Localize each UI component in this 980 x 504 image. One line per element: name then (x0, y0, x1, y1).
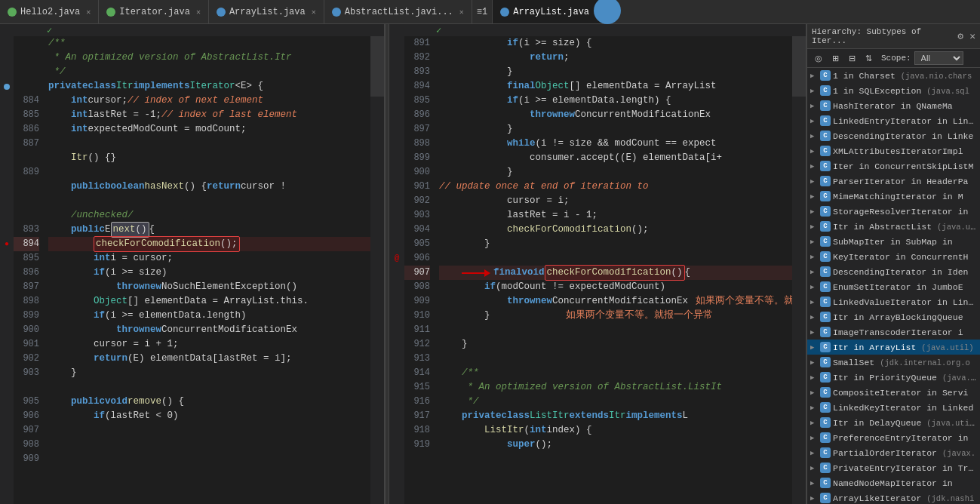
close-icon[interactable]: ✕ (312, 8, 316, 17)
tab-icon (217, 8, 226, 17)
right-minimap[interactable] (792, 36, 806, 504)
tab-arraylist2[interactable]: ArrayList.java ✕ (493, 0, 608, 23)
gutter-cell (0, 51, 14, 65)
hierarchy-item[interactable]: ▶C1 in SQLException (java.sql (807, 83, 980, 98)
expand-arrow-icon: ▶ (810, 177, 818, 186)
hierarchy-item[interactable]: ▶CLinkedEntryIterator in Linked (807, 113, 980, 128)
hierarchy-item[interactable]: ▶CIter in ConcurrentSkipListM (807, 158, 980, 174)
gutter-cell (0, 423, 14, 438)
gutter-cell (0, 280, 14, 294)
class-type-icon: C (820, 327, 831, 337)
hierarchy-item-name: KeyIterator in ConcurrentH (833, 252, 968, 262)
class-type-icon: C (820, 115, 831, 126)
left-editor-content[interactable]: ● (0, 36, 384, 504)
settings-icon[interactable]: ⚙ (957, 30, 963, 42)
expand-arrow-icon: ▶ (810, 494, 818, 502)
hierarchy-item[interactable]: ▶CPartialOrderIterator (javax. (807, 445, 980, 460)
tab-hello2[interactable]: Hello2.java ✕ (0, 0, 99, 23)
tab-label: ArrayList.java (229, 7, 306, 17)
gutter-breakpoint[interactable] (0, 79, 14, 94)
expand-arrow-icon: ▶ (810, 283, 818, 291)
close-icon[interactable]: ✕ (196, 8, 201, 17)
gutter-cell (390, 395, 404, 409)
hierarchy-item[interactable]: ▶CItr in ArrayBlockingQueue (807, 309, 980, 324)
class-type-icon: C (820, 146, 831, 156)
gutter-cell (390, 165, 404, 180)
tab-iterator[interactable]: Iterator.java ✕ (99, 0, 209, 23)
hierarchy-item[interactable]: ▶CArrayLikeIterator (jdk.nashi (807, 490, 980, 504)
tab-overflow[interactable]: ≡1 (472, 0, 493, 23)
hierarchy-item[interactable]: ▶CLinkedValueIterator in Linke (807, 294, 980, 309)
hierarchy-item[interactable]: ▶CPrivateEntryIterator in Tree (807, 460, 980, 475)
code-line: */ (48, 65, 370, 79)
hierarchy-item[interactable]: ▶CParserIterator in HeaderPa (807, 174, 980, 189)
collapse-all-button[interactable]: ⊟ (845, 51, 859, 65)
hierarchy-item-name: LinkedValueIterator in Linke (833, 297, 977, 307)
hierarchy-item[interactable]: ▶CLinkedKeyIterator in Linked (807, 400, 980, 415)
hierarchy-item[interactable]: ▶CItr in ArrayList (java.util) (807, 340, 980, 355)
hierarchy-item[interactable]: ▶CSubMapIter in SubMap in (807, 234, 980, 249)
hierarchy-item[interactable]: ▶CItr in PriorityQueue (java.util (807, 370, 980, 385)
locate-button[interactable]: ◎ (812, 51, 825, 65)
right-editor-content[interactable]: @ 891 892 893 (389, 36, 806, 504)
right-line-numbers: 891 892 893 894 895 896 897 898 899 900 … (404, 36, 436, 504)
hierarchy-item[interactable]: ▶CStorageResolverIterator in (807, 204, 980, 219)
hierarchy-item[interactable]: ▶CDescendingIterator in Iden (807, 264, 980, 279)
hierarchy-item[interactable]: ▶CEnumSetIterator in JumboE (807, 279, 980, 294)
scope-select[interactable]: All Project (914, 51, 963, 65)
hierarchy-item[interactable]: ▶CMimeMatchingIterator in M (807, 189, 980, 204)
hierarchy-item-name: NamedNodeMapIterator in (833, 478, 953, 488)
gutter-cell (0, 165, 14, 180)
code-line (48, 194, 370, 208)
gutter-cell (0, 294, 14, 309)
code-line: if (i >= size) { (439, 36, 792, 51)
code-line: * An optimized version of AbstractList.I… (48, 51, 370, 65)
code-line: } (439, 337, 792, 352)
code-line: } (439, 237, 792, 251)
hierarchy-item[interactable]: ▶CDescendingIterator in Linke (807, 128, 980, 143)
hierarchy-item[interactable]: ▶CNamedNodeMapIterator in (807, 475, 980, 490)
code-line: if (lastRet < 0) (48, 409, 370, 423)
hierarchy-item[interactable]: ▶CItr in AbstractList (java.util (807, 219, 980, 234)
left-minimap[interactable] (370, 36, 384, 504)
gutter-cell (390, 51, 404, 65)
hierarchy-item[interactable]: ▶C1 in Charset (java.nio.chars (807, 68, 980, 83)
left-code-area[interactable]: /** * An optimized version of AbstractLi… (45, 36, 370, 504)
hierarchy-item[interactable]: ▶CSmallSet (jdk.internal.org.o (807, 355, 980, 370)
hierarchy-item[interactable]: ▶CHashIterator in QNameMa (807, 98, 980, 113)
sort-button[interactable]: ⇅ (862, 51, 875, 65)
gutter-cell: ● (0, 237, 14, 251)
close-icon[interactable]: ✕ (459, 8, 464, 17)
tab-abstractlist[interactable]: AbstractList.javi... ✕ (324, 0, 472, 23)
hierarchy-item[interactable]: ▶CItr in DelayQueue (java.util. (807, 415, 980, 430)
gutter-cell (0, 137, 14, 151)
close-icon[interactable]: ✕ (969, 30, 975, 42)
class-type-icon: C (820, 176, 831, 186)
expand-arrow-icon: ▶ (810, 102, 818, 110)
hierarchy-list[interactable]: ▶C1 in Charset (java.nio.chars▶C1 in SQL… (807, 68, 980, 504)
hierarchy-item[interactable]: ▶CImageTranscoderIterator i (807, 324, 980, 340)
code-line: */ (439, 395, 792, 409)
gutter-cell (390, 352, 404, 366)
class-type-icon: C (820, 131, 831, 141)
hierarchy-item[interactable]: ▶CPreferenceEntryIterator in (807, 430, 980, 445)
close-icon[interactable]: ✕ (86, 8, 91, 17)
gutter-cell (0, 94, 14, 108)
gutter-cell: @ (390, 251, 404, 266)
left-editor: ✓ ● (0, 24, 385, 504)
class-type-icon: C (820, 191, 831, 201)
hierarchy-item-name: DescendingIterator in Iden (833, 267, 968, 277)
hierarchy-item-name: Itr in AbstractList (java.util (833, 222, 977, 232)
right-code-area[interactable]: if (i >= size) { return; } final Object[… (436, 36, 792, 504)
right-editor: ✓ @ (389, 24, 806, 504)
hierarchy-item[interactable]: ▶CXMLAttributesIteratorImpl (807, 143, 980, 158)
gutter-cell (0, 438, 14, 452)
expand-arrow-icon: ▶ (810, 358, 818, 367)
expand-all-button[interactable]: ⊞ (828, 51, 842, 65)
hierarchy-item[interactable]: ▶CKeyIterator in ConcurrentH (807, 249, 980, 264)
gutter-cell (0, 208, 14, 223)
hierarchy-item[interactable]: ▶CCompositeIterator in Servi (807, 385, 980, 400)
tab-arraylist1[interactable]: ArrayList.java ✕ (209, 0, 324, 23)
code-line: throw new ConcurrentModificationEx 如果两个变… (439, 294, 792, 309)
class-type-icon: C (820, 251, 831, 262)
